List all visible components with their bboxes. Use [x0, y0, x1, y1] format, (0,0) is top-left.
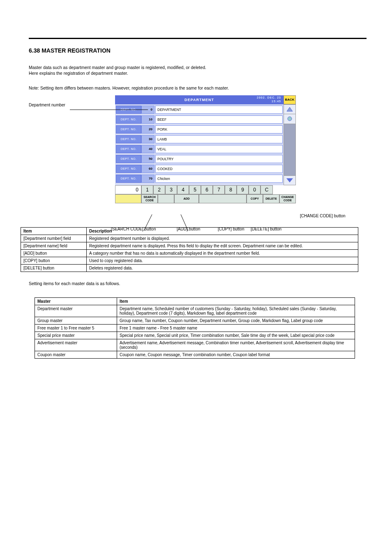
key-4[interactable]: 4 — [177, 185, 189, 194]
table-cell: [ADD] button — [21, 249, 87, 257]
key-6[interactable]: 6 — [201, 185, 213, 194]
scroll-track[interactable] — [284, 124, 296, 175]
callout-delete: [DELETE] button — [251, 227, 281, 231]
add-button[interactable]: ADD — [174, 194, 199, 203]
th-item2: Item — [117, 297, 355, 305]
list-item: DEPT. NO.60COOKED — [116, 165, 283, 173]
table-cell: Department name, Scheduled number of cus… — [117, 305, 355, 317]
table-cell: Special price name, Special unit price, … — [117, 332, 355, 339]
back-button[interactable]: BACK — [284, 95, 296, 104]
key-8[interactable]: 8 — [225, 185, 237, 194]
list-item: DEPT. NO.10BEEF — [116, 115, 283, 124]
table-cell: Special price master — [35, 332, 117, 339]
dept-name-field[interactable]: POULTRY — [155, 155, 283, 163]
intro-note: Note: Setting item differs between maste… — [29, 85, 367, 91]
key-7[interactable]: 7 — [213, 185, 225, 194]
table-cell: Advertisement master — [35, 339, 117, 351]
chevron-down-icon — [286, 178, 293, 182]
table-cell: A category number that has no data is au… — [87, 249, 358, 257]
list-item: DEPT. NO.50POULTRY — [116, 155, 283, 163]
key-2[interactable]: 2 — [153, 185, 165, 194]
key-1[interactable]: 1 — [141, 185, 153, 194]
intro-line-1: Master data such as department master an… — [29, 64, 367, 70]
th-item: Item — [21, 227, 87, 235]
function-row: SEARCH CODE ADD COPY DELETE CHANGE CODE — [115, 194, 296, 203]
screen-title-bar: DEPARTMENT 2002. DEC. 23 15:45 — [115, 95, 284, 104]
callout-copy: [COPY] button — [218, 227, 244, 231]
scroll-indicator — [284, 114, 296, 124]
key-3[interactable]: 3 — [165, 185, 177, 194]
table-cell: Group master — [35, 317, 117, 324]
table-cell: Coupon name, Coupon message, Timer combi… — [117, 351, 355, 358]
key-clear[interactable]: C — [261, 185, 273, 194]
table-cell: [Department name] field — [21, 242, 87, 249]
keypad-row: 0 1 2 3 4 5 6 7 8 9 0 C — [115, 185, 296, 194]
table-cell: Department master — [35, 305, 117, 317]
table-cell: Coupon master — [35, 351, 117, 358]
intro-line-2: Here explains the registration of depart… — [29, 70, 367, 76]
keypad-display: 0 — [115, 185, 141, 194]
table-cell: [Department number] field — [21, 235, 87, 242]
key-5[interactable]: 5 — [189, 185, 201, 194]
table-cell: Free master 1 to Free master 5 — [35, 324, 117, 332]
table-cell: Advertisement name, Advertisement messag… — [117, 339, 355, 351]
dept-name-field[interactable]: Chicken — [155, 175, 283, 183]
copy-button[interactable]: COPY — [247, 194, 263, 203]
scroll-up-button[interactable] — [284, 104, 296, 114]
th-master: Master — [35, 297, 117, 305]
svg-marker-0 — [287, 107, 293, 111]
screen-title: DEPARTMENT — [184, 98, 214, 102]
top-rule — [29, 38, 367, 39]
scroll-down-button[interactable] — [284, 175, 296, 185]
table-items: ItemDescription [Department number] fiel… — [21, 227, 358, 272]
list-item: DEPT. NO.40VEAL — [116, 145, 283, 153]
mid-text: Setting items for each master data is as… — [29, 281, 367, 286]
list-item: DEPT. NO.20PORK — [116, 125, 283, 134]
change-code-button[interactable]: CHANGE CODE — [279, 194, 296, 203]
callout-dept-number: Department number — [29, 103, 65, 107]
dept-name-field[interactable]: DEPARTMENT — [155, 106, 283, 114]
section-title: 6.38 MASTER REGISTRATION — [29, 47, 367, 54]
search-code-button[interactable]: SEARCH CODE — [141, 194, 158, 203]
delete-button[interactable]: DELETE — [263, 194, 279, 203]
callout-add: [ADD] button — [177, 227, 200, 231]
dept-name-field[interactable]: BEEF — [155, 115, 283, 124]
fn-gap — [199, 194, 247, 203]
dept-name-field[interactable]: COOKED — [155, 165, 283, 173]
screen-datetime: 2002. DEC. 23 15:45 — [257, 96, 281, 103]
table-cell: [DELETE] button — [21, 264, 87, 272]
table-cell: Deletes registered data. — [87, 264, 358, 272]
scroll-rail — [284, 104, 296, 185]
callout-change: [CHANGE CODE] button — [300, 214, 346, 218]
department-list: DEPT. NO.0DEPARTMENT DEPT. NO.10BEEF DEP… — [115, 104, 284, 185]
key-9[interactable]: 9 — [237, 185, 249, 194]
dept-name-field[interactable]: VEAL — [155, 145, 283, 153]
fn-yellow-pad — [115, 194, 141, 203]
department-screen: DEPARTMENT 2002. DEC. 23 15:45 BACK DEPT… — [115, 95, 296, 203]
dept-name-field[interactable]: PORK — [155, 125, 283, 134]
svg-point-1 — [288, 117, 292, 121]
table-cell: Free 1 master name - Free 5 master name — [117, 324, 355, 332]
table-cell: Registered department number is displaye… — [87, 235, 358, 242]
list-item: DEPT. NO.70Chicken — [116, 175, 283, 183]
fn-blank — [158, 194, 174, 203]
key-0[interactable]: 0 — [249, 185, 261, 194]
table-cell: Group name, Tax number, Coupon number, D… — [117, 317, 355, 324]
list-item: DEPT. NO.0DEPARTMENT — [116, 106, 283, 114]
table-cell: [COPY] button — [21, 257, 87, 264]
callout-search: [SEARCH CODE] button — [111, 227, 156, 231]
screenshot-wrap: DEPARTMENT 2002. DEC. 23 15:45 BACK DEPT… — [115, 95, 296, 203]
table-cell: Used to copy registered data. — [87, 257, 358, 264]
list-item: DEPT. NO.30LAMB — [116, 135, 283, 143]
dept-name-field[interactable]: LAMB — [155, 135, 283, 143]
table-cell: Registered department name is displayed.… — [87, 242, 358, 249]
intro-block: Master data such as department master an… — [29, 64, 367, 91]
table-masters: MasterItem Department masterDepartment n… — [35, 297, 355, 359]
